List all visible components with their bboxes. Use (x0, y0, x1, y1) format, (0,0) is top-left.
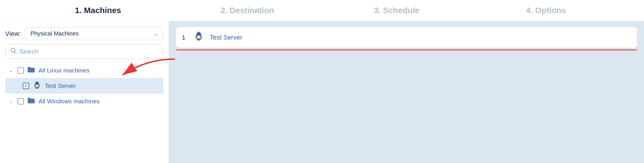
view-select[interactable]: Physical Machines ⌄ (25, 27, 163, 40)
red-divider (176, 49, 637, 50)
linux-penguin-icon (33, 81, 41, 91)
tree-item-all-windows[interactable]: › All Windows machines (5, 94, 163, 109)
tree-list: ⌄ All Linux machines (5, 63, 163, 109)
folder-icon (27, 66, 35, 75)
collapse-icon: ⌄ (8, 67, 14, 74)
tree-item-label-all-windows: All Windows machines (38, 98, 100, 105)
step-destination[interactable]: 2. Destination (173, 6, 322, 15)
right-panel: 1 Test Server (169, 21, 644, 163)
selected-item-card: 1 Test Server (176, 27, 637, 48)
card-label: Test Server (210, 34, 242, 41)
tree-sub-item-test-server[interactable]: Test Server (5, 78, 163, 94)
card-number: 1 (182, 34, 188, 41)
tree-item-label-all-linux: All Linux machines (38, 67, 89, 74)
svg-point-11 (36, 82, 38, 84)
svg-point-6 (36, 84, 38, 85)
checkbox-test-server[interactable] (23, 83, 29, 89)
svg-line-1 (15, 52, 16, 54)
left-panel: View: Physical Machines ⌄ ⌄ (0, 21, 169, 163)
search-box (5, 44, 163, 59)
svg-point-22 (197, 32, 200, 35)
checkbox-all-windows[interactable] (17, 98, 24, 104)
search-icon (10, 47, 17, 56)
chevron-down-icon: ⌄ (154, 31, 158, 37)
tree-item-label-test-server: Test Server (45, 82, 76, 89)
step-options[interactable]: 4. Options (471, 6, 621, 15)
card-linux-icon (193, 31, 204, 44)
svg-point-17 (198, 35, 199, 36)
view-label: View: (5, 30, 21, 38)
step-machines[interactable]: 1. Machines (23, 6, 173, 15)
checkbox-all-linux[interactable] (17, 67, 24, 74)
expand-icon: › (8, 98, 14, 104)
tree-item-all-linux[interactable]: ⌄ All Linux machines (5, 63, 163, 78)
step-schedule[interactable]: 3. Schedule (322, 6, 471, 15)
view-select-value: Physical Machines (30, 30, 79, 37)
folder-icon-windows (27, 97, 35, 105)
stepper: 1. Machines 2. Destination 3. Schedule 4… (0, 0, 644, 21)
search-input[interactable] (20, 48, 159, 55)
